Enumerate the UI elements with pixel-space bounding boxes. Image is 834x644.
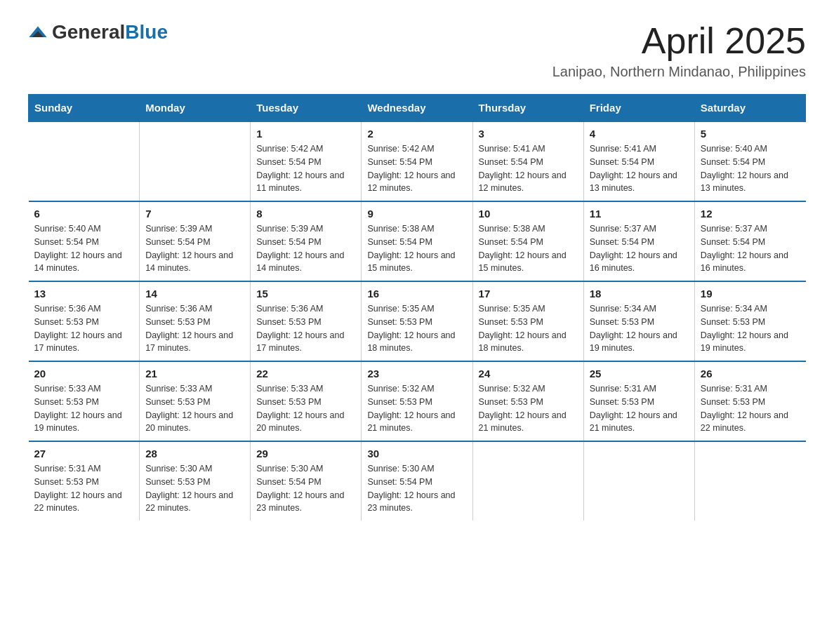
day-cell-6: 6Sunrise: 5:40 AMSunset: 5:54 PMDaylight… bbox=[29, 201, 140, 281]
day-info: Sunrise: 5:37 AMSunset: 5:54 PMDaylight:… bbox=[590, 222, 689, 275]
empty-cell bbox=[29, 121, 140, 201]
day-info: Sunrise: 5:36 AMSunset: 5:53 PMDaylight:… bbox=[145, 302, 244, 355]
day-cell-18: 18Sunrise: 5:34 AMSunset: 5:53 PMDayligh… bbox=[583, 281, 694, 361]
day-number: 24 bbox=[479, 368, 578, 380]
day-cell-10: 10Sunrise: 5:38 AMSunset: 5:54 PMDayligh… bbox=[472, 201, 583, 281]
day-number: 27 bbox=[34, 448, 134, 459]
day-info: Sunrise: 5:31 AMSunset: 5:53 PMDaylight:… bbox=[590, 382, 689, 435]
day-cell-21: 21Sunrise: 5:33 AMSunset: 5:53 PMDayligh… bbox=[140, 361, 251, 441]
day-number: 1 bbox=[256, 128, 355, 140]
weekday-header-thursday: Thursday bbox=[472, 95, 583, 122]
day-info: Sunrise: 5:33 AMSunset: 5:53 PMDaylight:… bbox=[145, 382, 244, 435]
day-cell-2: 2Sunrise: 5:42 AMSunset: 5:54 PMDaylight… bbox=[362, 121, 472, 201]
day-number: 2 bbox=[367, 128, 466, 140]
day-info: Sunrise: 5:30 AMSunset: 5:54 PMDaylight:… bbox=[367, 462, 466, 515]
day-info: Sunrise: 5:40 AMSunset: 5:54 PMDaylight:… bbox=[34, 222, 134, 275]
day-info: Sunrise: 5:38 AMSunset: 5:54 PMDaylight:… bbox=[367, 222, 466, 275]
week-row-4: 20Sunrise: 5:33 AMSunset: 5:53 PMDayligh… bbox=[29, 361, 806, 441]
day-number: 6 bbox=[34, 208, 134, 220]
day-cell-30: 30Sunrise: 5:30 AMSunset: 5:54 PMDayligh… bbox=[362, 441, 472, 521]
day-cell-16: 16Sunrise: 5:35 AMSunset: 5:53 PMDayligh… bbox=[362, 281, 472, 361]
day-info: Sunrise: 5:38 AMSunset: 5:54 PMDaylight:… bbox=[479, 222, 578, 275]
weekday-header-tuesday: Tuesday bbox=[251, 95, 362, 122]
day-cell-11: 11Sunrise: 5:37 AMSunset: 5:54 PMDayligh… bbox=[583, 201, 694, 281]
empty-cell bbox=[583, 441, 694, 521]
day-info: Sunrise: 5:42 AMSunset: 5:54 PMDaylight:… bbox=[367, 142, 466, 195]
day-number: 7 bbox=[145, 208, 244, 220]
day-info: Sunrise: 5:41 AMSunset: 5:54 PMDaylight:… bbox=[479, 142, 578, 195]
day-number: 12 bbox=[701, 208, 800, 220]
day-number: 28 bbox=[145, 448, 244, 459]
day-number: 23 bbox=[367, 368, 466, 380]
day-cell-17: 17Sunrise: 5:35 AMSunset: 5:53 PMDayligh… bbox=[472, 281, 583, 361]
day-number: 5 bbox=[701, 128, 800, 140]
week-row-3: 13Sunrise: 5:36 AMSunset: 5:53 PMDayligh… bbox=[29, 281, 806, 361]
day-info: Sunrise: 5:32 AMSunset: 5:53 PMDaylight:… bbox=[367, 382, 466, 435]
day-info: Sunrise: 5:32 AMSunset: 5:53 PMDaylight:… bbox=[479, 382, 578, 435]
day-info: Sunrise: 5:39 AMSunset: 5:54 PMDaylight:… bbox=[145, 222, 244, 275]
day-cell-29: 29Sunrise: 5:30 AMSunset: 5:54 PMDayligh… bbox=[251, 441, 362, 521]
day-info: Sunrise: 5:30 AMSunset: 5:54 PMDaylight:… bbox=[256, 462, 355, 515]
empty-cell bbox=[140, 121, 251, 201]
day-number: 14 bbox=[145, 288, 244, 300]
logo-icon bbox=[28, 22, 48, 42]
day-info: Sunrise: 5:42 AMSunset: 5:54 PMDaylight:… bbox=[256, 142, 355, 195]
day-cell-12: 12Sunrise: 5:37 AMSunset: 5:54 PMDayligh… bbox=[694, 201, 805, 281]
day-number: 22 bbox=[256, 368, 355, 380]
day-cell-13: 13Sunrise: 5:36 AMSunset: 5:53 PMDayligh… bbox=[29, 281, 140, 361]
day-cell-8: 8Sunrise: 5:39 AMSunset: 5:54 PMDaylight… bbox=[251, 201, 362, 281]
day-number: 3 bbox=[479, 128, 578, 140]
day-number: 4 bbox=[590, 128, 689, 140]
day-cell-22: 22Sunrise: 5:33 AMSunset: 5:53 PMDayligh… bbox=[251, 361, 362, 441]
location-title: Lanipao, Northern Mindanao, Philippines bbox=[552, 64, 806, 80]
day-cell-26: 26Sunrise: 5:31 AMSunset: 5:53 PMDayligh… bbox=[694, 361, 805, 441]
day-number: 11 bbox=[590, 208, 689, 220]
day-info: Sunrise: 5:35 AMSunset: 5:53 PMDaylight:… bbox=[479, 302, 578, 355]
day-number: 10 bbox=[479, 208, 578, 220]
day-number: 15 bbox=[256, 288, 355, 300]
day-info: Sunrise: 5:30 AMSunset: 5:53 PMDaylight:… bbox=[145, 462, 244, 515]
logo: GeneralBlue bbox=[28, 21, 168, 43]
day-cell-19: 19Sunrise: 5:34 AMSunset: 5:53 PMDayligh… bbox=[694, 281, 805, 361]
day-number: 9 bbox=[367, 208, 466, 220]
title-block: April 2025 Lanipao, Northern Mindanao, P… bbox=[552, 21, 806, 80]
logo-general: General bbox=[52, 21, 125, 43]
day-info: Sunrise: 5:31 AMSunset: 5:53 PMDaylight:… bbox=[701, 382, 800, 435]
weekday-header-wednesday: Wednesday bbox=[362, 95, 472, 122]
weekday-header-row: SundayMondayTuesdayWednesdayThursdayFrid… bbox=[29, 95, 806, 122]
week-row-5: 27Sunrise: 5:31 AMSunset: 5:53 PMDayligh… bbox=[29, 441, 806, 521]
month-title: April 2025 bbox=[552, 21, 806, 61]
day-number: 25 bbox=[590, 368, 689, 380]
day-cell-23: 23Sunrise: 5:32 AMSunset: 5:53 PMDayligh… bbox=[362, 361, 472, 441]
day-info: Sunrise: 5:39 AMSunset: 5:54 PMDaylight:… bbox=[256, 222, 355, 275]
day-cell-7: 7Sunrise: 5:39 AMSunset: 5:54 PMDaylight… bbox=[140, 201, 251, 281]
day-cell-1: 1Sunrise: 5:42 AMSunset: 5:54 PMDaylight… bbox=[251, 121, 362, 201]
day-cell-27: 27Sunrise: 5:31 AMSunset: 5:53 PMDayligh… bbox=[29, 441, 140, 521]
day-number: 8 bbox=[256, 208, 355, 220]
page-header: GeneralBlue April 2025 Lanipao, Northern… bbox=[28, 21, 806, 80]
week-row-2: 6Sunrise: 5:40 AMSunset: 5:54 PMDaylight… bbox=[29, 201, 806, 281]
day-number: 21 bbox=[145, 368, 244, 380]
empty-cell bbox=[694, 441, 805, 521]
day-info: Sunrise: 5:37 AMSunset: 5:54 PMDaylight:… bbox=[701, 222, 800, 275]
empty-cell bbox=[472, 441, 583, 521]
day-cell-5: 5Sunrise: 5:40 AMSunset: 5:54 PMDaylight… bbox=[694, 121, 805, 201]
day-cell-4: 4Sunrise: 5:41 AMSunset: 5:54 PMDaylight… bbox=[583, 121, 694, 201]
day-number: 29 bbox=[256, 448, 355, 459]
day-info: Sunrise: 5:36 AMSunset: 5:53 PMDaylight:… bbox=[34, 302, 134, 355]
day-cell-9: 9Sunrise: 5:38 AMSunset: 5:54 PMDaylight… bbox=[362, 201, 472, 281]
day-info: Sunrise: 5:34 AMSunset: 5:53 PMDaylight:… bbox=[590, 302, 689, 355]
logo-blue: Blue bbox=[125, 21, 168, 43]
day-info: Sunrise: 5:36 AMSunset: 5:53 PMDaylight:… bbox=[256, 302, 355, 355]
week-row-1: 1Sunrise: 5:42 AMSunset: 5:54 PMDaylight… bbox=[29, 121, 806, 201]
day-number: 18 bbox=[590, 288, 689, 300]
logo-text: GeneralBlue bbox=[52, 21, 168, 43]
day-number: 13 bbox=[34, 288, 134, 300]
day-number: 20 bbox=[34, 368, 134, 380]
day-cell-14: 14Sunrise: 5:36 AMSunset: 5:53 PMDayligh… bbox=[140, 281, 251, 361]
day-cell-15: 15Sunrise: 5:36 AMSunset: 5:53 PMDayligh… bbox=[251, 281, 362, 361]
calendar-table: SundayMondayTuesdayWednesdayThursdayFrid… bbox=[28, 94, 806, 521]
day-info: Sunrise: 5:40 AMSunset: 5:54 PMDaylight:… bbox=[701, 142, 800, 195]
day-number: 26 bbox=[701, 368, 800, 380]
day-cell-3: 3Sunrise: 5:41 AMSunset: 5:54 PMDaylight… bbox=[472, 121, 583, 201]
